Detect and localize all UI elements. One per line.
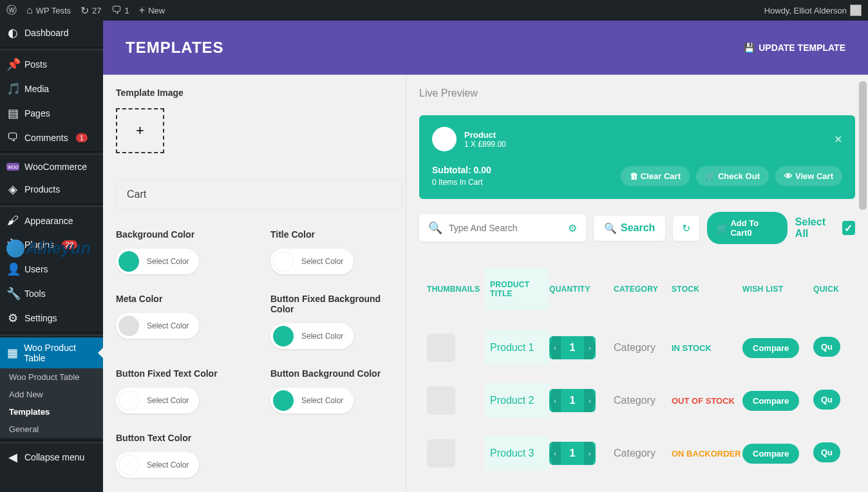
admin-bar: ⓦ ⌂WP Tests ↻27 🗨1 +New Howdy, Elliot Al… — [0, 0, 868, 21]
wp-logo[interactable]: ⓦ — [6, 4, 17, 17]
comments-link[interactable]: 🗨1 — [111, 5, 129, 16]
site-name[interactable]: ⌂WP Tests — [26, 5, 71, 16]
new-link[interactable]: +New — [139, 5, 165, 16]
updates-link[interactable]: ↻27 — [80, 5, 101, 17]
howdy-user[interactable]: Howdy, Elliot Alderson — [764, 5, 862, 16]
avatar-icon — [850, 5, 862, 16]
